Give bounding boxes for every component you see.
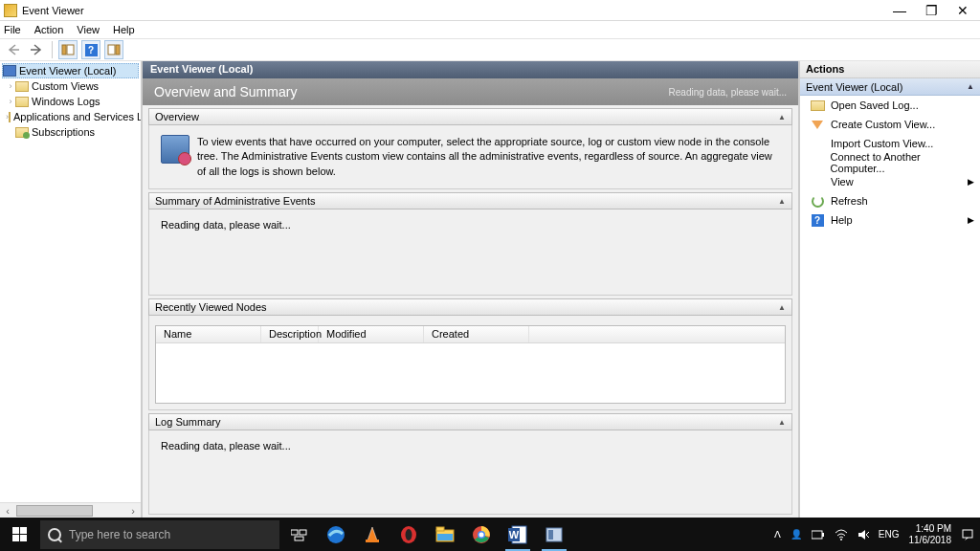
filter-icon [812,121,823,129]
col-modified[interactable]: Modified [319,326,424,342]
collapse-icon[interactable]: ▲ [778,113,786,121]
tree-applications[interactable]: › Applications and Services Lo [2,109,139,124]
action-help[interactable]: ? Help ▶ [800,210,980,230]
close-button[interactable]: ✕ [957,4,969,17]
action-refresh[interactable]: Refresh [800,191,980,210]
tree-root[interactable]: Event Viewer (Local) [2,63,139,78]
volume-icon[interactable] [858,529,869,540]
task-view-icon [291,528,308,541]
action-import-custom-view[interactable]: Import Custom View... [800,134,980,153]
folder-icon [9,112,11,122]
taskbar: Type here to search W ᐱ 👤 ENG 1:40 PM 11… [0,518,980,551]
logsummary-wait-text: Reading data, please wait... [161,440,291,452]
title-bar: Event Viewer — ❐ ✕ [0,0,980,21]
action-label: View [831,176,854,187]
logsummary-header[interactable]: Log Summary ▲ [148,413,792,430]
taskbar-app-opera[interactable] [390,518,427,551]
col-name[interactable]: Name [156,326,261,342]
scroll-left-icon[interactable]: ‹ [0,505,15,517]
app-icon [4,4,17,17]
actions-subheader[interactable]: Event Viewer (Local) ▲ [800,78,980,96]
tree-windows-logs[interactable]: › Windows Logs [2,94,139,109]
menu-help[interactable]: Help [113,24,135,35]
window-title: Event Viewer [22,5,84,16]
svg-rect-3 [116,45,120,55]
summary-wait-text: Reading data, please wait... [161,219,291,231]
start-button[interactable] [0,518,38,551]
system-tray: ᐱ 👤 ENG 1:40 PM 11/6/2018 [774,523,980,546]
tree-item-label: Applications and Services Lo [13,111,141,122]
tree-subscriptions[interactable]: Subscriptions [2,124,139,140]
action-label: Refresh [831,195,868,207]
col-created[interactable]: Created [424,326,529,342]
summary-header[interactable]: Summary of Administrative Events ▲ [148,192,792,209]
menu-action[interactable]: Action [34,24,64,35]
help-icon: ? [812,214,824,227]
overview-title: Overview and Summary [154,84,297,99]
help-button[interactable]: ? [81,40,100,59]
language-indicator[interactable]: ENG [879,529,900,540]
svg-rect-8 [366,540,379,542]
arrow-right-icon [30,44,43,55]
recent-table: Name Description Modified Created [155,325,786,404]
clock-time: 1:40 PM [909,523,952,535]
scroll-right-icon[interactable]: › [125,505,141,517]
windows-logo-icon [12,527,27,541]
action-open-saved-log[interactable]: Open Saved Log... [800,96,980,115]
toolbar: ? [0,38,980,61]
collapse-icon[interactable]: ▲ [778,418,786,427]
taskbar-app-eventviewer[interactable] [536,518,572,551]
col-description[interactable]: Description [261,326,319,342]
taskbar-app-vlc[interactable] [354,518,390,551]
action-label: Import Custom View... [831,138,933,149]
taskbar-app-chrome[interactable] [463,518,500,551]
collapse-icon[interactable]: ▲ [778,197,786,206]
back-button[interactable] [4,40,23,59]
action-create-custom-view[interactable]: Create Custom View... [800,115,980,134]
menu-view[interactable]: View [77,24,100,35]
scroll-thumb[interactable] [16,505,93,517]
action-view[interactable]: View ▶ [800,172,980,191]
notifications-icon[interactable] [961,528,974,541]
expand-icon[interactable]: › [6,81,15,91]
action-connect-computer[interactable]: Connect to Another Computer... [800,153,980,172]
tree-item-label: Custom Views [32,80,99,92]
svg-rect-25 [963,530,972,538]
taskbar-clock[interactable]: 1:40 PM 11/6/2018 [909,523,952,546]
expand-icon[interactable]: › [6,97,15,106]
people-icon[interactable]: 👤 [791,529,802,540]
computer-icon [161,135,189,164]
forward-button[interactable] [27,40,46,59]
taskbar-search[interactable]: Type here to search [40,520,279,549]
word-icon: W [507,525,528,544]
tree-hscrollbar[interactable]: ‹ › [0,502,141,518]
recent-header[interactable]: Recently Viewed Nodes ▲ [148,298,792,316]
wifi-icon[interactable] [835,529,848,540]
show-actions-button[interactable] [104,40,123,59]
taskbar-app-explorer[interactable] [427,518,463,551]
submenu-arrow-icon: ▶ [968,177,974,187]
collapse-icon[interactable]: ▲ [778,303,786,312]
task-view-button[interactable] [281,518,318,551]
actions-context-label: Event Viewer (Local) [806,81,902,93]
menu-file[interactable]: File [4,24,21,35]
overview-text: To view events that have occurred on you… [197,135,780,179]
svg-rect-1 [67,45,74,55]
action-label: Open Saved Log... [831,99,919,111]
tray-chevron-icon[interactable]: ᐱ [774,529,781,540]
chrome-icon [472,525,491,544]
taskbar-app-edge[interactable] [318,518,354,551]
minimize-button[interactable]: — [893,4,906,17]
svg-rect-2 [108,45,115,55]
svg-rect-22 [812,531,822,539]
overview-status: Reading data, please wait... [669,87,787,98]
taskbar-app-word[interactable]: W [500,518,536,551]
svg-rect-21 [548,530,553,540]
maximize-button[interactable]: ❐ [925,4,938,17]
actions-header: Actions [800,61,980,78]
battery-icon[interactable] [812,529,825,540]
overview-header[interactable]: Overview ▲ [148,108,792,125]
collapse-icon[interactable]: ▲ [967,82,974,91]
tree-custom-views[interactable]: › Custom Views [2,78,139,94]
show-tree-button[interactable] [58,40,78,59]
